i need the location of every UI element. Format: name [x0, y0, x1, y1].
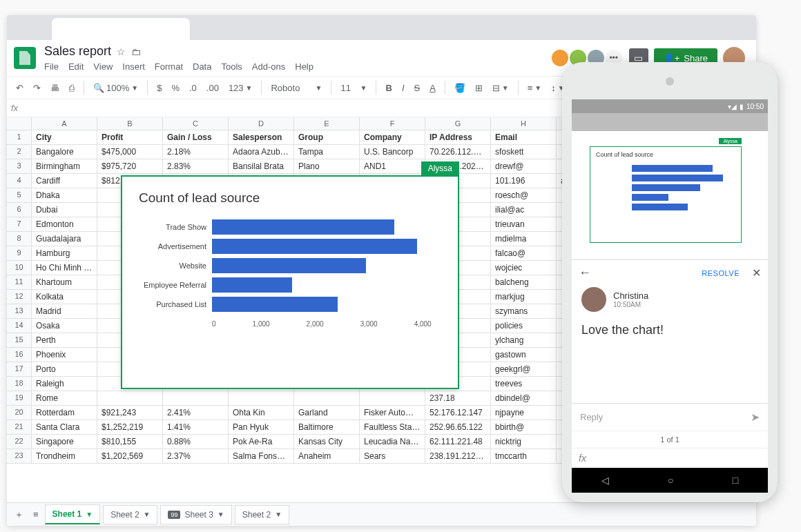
cell[interactable]: Osaka [32, 319, 97, 333]
cell[interactable]: Santa Clara [32, 420, 97, 434]
text-color-icon[interactable]: A [426, 80, 439, 96]
row-number[interactable]: 21 [7, 420, 32, 434]
cell[interactable]: Khartoum [32, 275, 97, 289]
row-number[interactable]: 13 [7, 304, 32, 318]
row-number[interactable]: 6 [7, 203, 32, 217]
menu-add-ons[interactable]: Add-ons [252, 61, 285, 72]
reply-input[interactable]: Reply ➤ [572, 403, 768, 431]
cell[interactable]: Trondheim [32, 449, 97, 463]
cell[interactable] [229, 391, 294, 405]
cell[interactable]: 52.176.12.147 [425, 406, 491, 420]
percent-icon[interactable]: % [168, 80, 183, 96]
cell[interactable]: sfoskett [491, 145, 557, 159]
cell[interactable]: Phoenix [32, 348, 97, 362]
header-cell[interactable]: IP Address [425, 130, 491, 144]
column-header[interactable]: D [229, 117, 294, 130]
cell[interactable]: Sears [360, 449, 425, 463]
row-number[interactable]: 9 [7, 246, 32, 260]
row-number[interactable]: 14 [7, 319, 32, 333]
cell[interactable]: ilial@ac [491, 203, 557, 217]
cell[interactable] [163, 391, 229, 405]
cell[interactable]: $475,000 [97, 145, 163, 159]
row-number[interactable]: 20 [7, 406, 32, 420]
h-align-icon[interactable]: ≡ ▼ [524, 80, 546, 96]
cell[interactable]: Rotterdam [32, 406, 97, 420]
menu-format[interactable]: Format [155, 61, 183, 72]
italic-icon[interactable]: I [398, 80, 408, 96]
font-size-dropdown[interactable]: 11 ▼ [337, 80, 370, 96]
row-number[interactable]: 4 [7, 174, 32, 188]
cell[interactable]: Kansas City [294, 435, 360, 449]
row-number[interactable]: 11 [7, 275, 32, 289]
nav-recent-icon[interactable]: □ [733, 475, 738, 486]
cell[interactable]: bbirth@ [491, 420, 557, 434]
cell[interactable]: 237.18 [425, 391, 491, 405]
row-number[interactable]: 22 [7, 435, 32, 449]
cell[interactable]: markjug [491, 290, 557, 304]
cell[interactable]: $921,243 [97, 406, 163, 420]
cell[interactable]: Perth [32, 333, 97, 347]
nav-back-icon[interactable]: ◁ [601, 475, 609, 486]
cell[interactable]: Leucadia National [360, 435, 425, 449]
row-number[interactable]: 15 [7, 333, 32, 347]
send-icon[interactable]: ➤ [751, 411, 760, 424]
row-number[interactable]: 2 [7, 145, 32, 159]
cell[interactable]: $1,252,219 [97, 420, 163, 434]
cell[interactable]: $975,720 [97, 159, 163, 173]
add-sheet-icon[interactable]: ＋ [11, 506, 27, 524]
cell[interactable]: 70.226.112.100 [425, 145, 491, 159]
column-header[interactable]: F [360, 117, 425, 130]
menu-help[interactable]: Help [295, 61, 313, 72]
cell[interactable]: nicktrig [491, 435, 557, 449]
row-number[interactable]: 7 [7, 217, 32, 231]
header-cell[interactable]: Group [294, 130, 360, 144]
cell[interactable]: drewf@ [491, 159, 557, 173]
cell[interactable]: Pan Hyuk [229, 420, 294, 434]
cell[interactable]: Hamburg [32, 246, 97, 260]
cell[interactable]: mdielma [491, 232, 557, 246]
paint-format-icon[interactable]: ⎙ [66, 80, 78, 96]
column-header[interactable]: H [491, 117, 557, 130]
cell[interactable]: wojciec [491, 261, 557, 275]
cell[interactable]: falcao@ [491, 246, 557, 260]
cell[interactable]: AND1 [360, 159, 425, 173]
sheet-tab[interactable]: Sheet 1 ▼ [45, 504, 101, 524]
row-number[interactable]: 19 [7, 391, 32, 405]
cell[interactable]: Tampa [294, 145, 360, 159]
menu-insert[interactable]: Insert [122, 61, 145, 72]
cell[interactable]: Dhaka [32, 188, 97, 202]
cell[interactable]: szymans [491, 304, 557, 318]
cell[interactable]: Plano [294, 159, 360, 173]
cell[interactable]: Bansilal Brata [229, 159, 294, 173]
cell[interactable]: Dubai [32, 203, 97, 217]
menu-file[interactable]: File [44, 61, 59, 72]
cell[interactable]: Rome [32, 391, 97, 405]
nav-home-icon[interactable]: ○ [668, 475, 673, 486]
cell[interactable]: ylchang [491, 333, 557, 347]
cell[interactable]: 2.18% [163, 145, 229, 159]
row-number[interactable]: 3 [7, 159, 32, 173]
cell[interactable]: Edmonton [32, 217, 97, 231]
cell[interactable]: Ohta Kin [229, 406, 294, 420]
decimal-decrease-icon[interactable]: .0 [186, 80, 200, 96]
cell[interactable]: Pok Ae-Ra [229, 435, 294, 449]
row-number[interactable]: 10 [7, 261, 32, 275]
cell[interactable]: policies [491, 319, 557, 333]
move-folder-icon[interactable]: 🗀 [131, 46, 141, 57]
column-header[interactable]: B [97, 117, 163, 130]
cell[interactable]: Faultless Starch/Bo [360, 420, 425, 434]
row-number[interactable]: 12 [7, 290, 32, 304]
cell[interactable]: 0.88% [163, 435, 229, 449]
cell[interactable]: 101.196 [491, 174, 557, 188]
row-number[interactable]: 16 [7, 348, 32, 362]
cell[interactable]: $810,155 [97, 435, 163, 449]
cell[interactable]: U.S. Bancorp [360, 145, 425, 159]
cell[interactable]: roesch@ [491, 188, 557, 202]
column-header[interactable]: A [32, 117, 97, 130]
cell[interactable]: Ho Chi Minh City [32, 261, 97, 275]
column-header[interactable]: G [425, 117, 491, 130]
sheet-tab[interactable]: 99Sheet 3 ▼ [160, 505, 231, 524]
decimal-increase-icon[interactable]: .00 [203, 80, 222, 96]
header-cell[interactable]: Profit [97, 130, 163, 144]
row-number[interactable]: 5 [7, 188, 32, 202]
